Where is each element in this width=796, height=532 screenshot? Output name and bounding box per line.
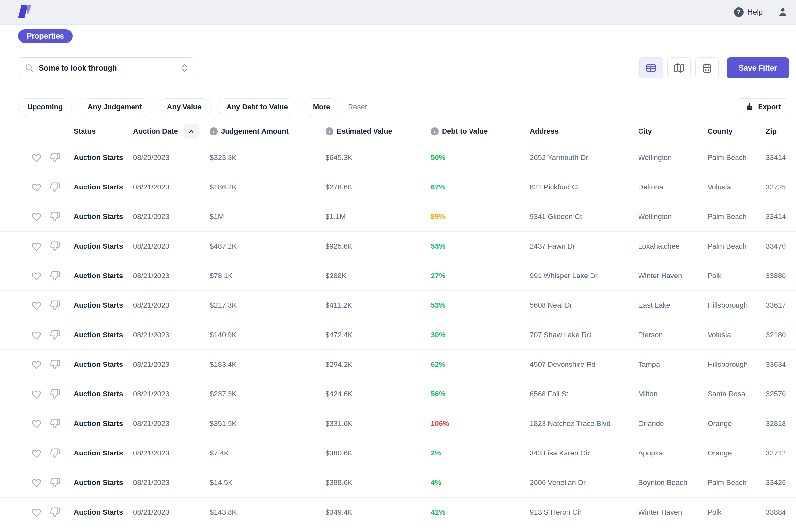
tab-properties[interactable]: Properties bbox=[18, 29, 73, 43]
column-header-debt-to-value[interactable]: i Debt to Value bbox=[431, 127, 530, 136]
calendar-view-button[interactable] bbox=[695, 57, 719, 78]
table-row[interactable]: Auction Starts 08/21/2023 $140.9K $472.4… bbox=[0, 320, 796, 350]
county-cell: Palm Beach bbox=[708, 242, 766, 251]
status-cell: Auction Starts bbox=[74, 360, 133, 369]
favorite-button[interactable] bbox=[31, 507, 42, 518]
download-icon bbox=[745, 103, 754, 111]
table-row[interactable]: Auction Starts 08/21/2023 $14.5K $388.6K… bbox=[0, 468, 796, 497]
map-view-button[interactable] bbox=[667, 57, 691, 78]
column-header-status[interactable]: Status bbox=[74, 127, 133, 136]
favorite-button[interactable] bbox=[31, 329, 42, 341]
address-cell: 9341 Glidden Ct bbox=[530, 212, 638, 221]
help-button[interactable]: ? Help bbox=[734, 7, 763, 17]
calendar-view-icon bbox=[701, 62, 712, 74]
zip-cell: 33414 bbox=[766, 212, 789, 221]
filter-chip[interactable]: Any Judgement bbox=[78, 98, 151, 116]
table-view-button[interactable] bbox=[639, 57, 663, 78]
properties-label: Properties bbox=[26, 32, 64, 41]
thumbs-down-icon bbox=[50, 507, 60, 517]
judgement-amount-cell: $323.8K bbox=[210, 153, 326, 162]
saved-search-select[interactable] bbox=[18, 57, 194, 78]
debt-to-value-cell: 2% bbox=[431, 449, 530, 457]
table-row[interactable]: Auction Starts 08/21/2023 $487.2K $925.6… bbox=[0, 231, 796, 261]
thumbs-down-icon bbox=[50, 418, 60, 429]
table-row[interactable]: Auction Starts 08/21/2023 $217.3K $411.2… bbox=[0, 291, 796, 320]
info-icon[interactable]: i bbox=[210, 128, 218, 135]
favorite-button[interactable] bbox=[31, 448, 42, 459]
dismiss-button[interactable] bbox=[50, 507, 60, 517]
dismiss-button[interactable] bbox=[50, 271, 60, 281]
favorite-button[interactable] bbox=[31, 359, 42, 370]
dismiss-button[interactable] bbox=[50, 359, 60, 370]
table-row[interactable]: Auction Starts 08/21/2023 $1M $1.1M 89% … bbox=[0, 202, 796, 231]
sort-asc-icon[interactable] bbox=[184, 124, 199, 139]
dismiss-button[interactable] bbox=[50, 182, 60, 192]
table-row[interactable]: Auction Starts 08/21/2023 $351.5K $331.6… bbox=[0, 409, 796, 438]
export-button[interactable]: Export bbox=[737, 98, 789, 116]
brand-logo[interactable] bbox=[18, 4, 32, 20]
table-row[interactable]: Auction Starts 08/20/2023 $323.8K $645.3… bbox=[0, 143, 796, 172]
info-icon[interactable]: i bbox=[431, 128, 439, 135]
city-cell: Milton bbox=[638, 390, 708, 398]
heart-icon bbox=[31, 329, 42, 341]
column-header-county[interactable]: County bbox=[708, 127, 766, 136]
table-row[interactable]: Auction Starts 08/21/2023 $186.2K $278.6… bbox=[0, 172, 796, 202]
table-row[interactable]: Auction Starts 08/21/2023 $143.8K $349.4… bbox=[0, 497, 796, 527]
zip-cell: 33426 bbox=[766, 478, 789, 487]
column-header-label: Debt to Value bbox=[442, 127, 488, 136]
column-header-zip[interactable]: Zip bbox=[766, 127, 789, 136]
column-header-judgement-amount[interactable]: i Judgement Amount bbox=[210, 127, 326, 136]
address-cell: 4507 Devonshire Rd bbox=[530, 360, 638, 369]
favorite-button[interactable] bbox=[31, 152, 42, 163]
table-row[interactable]: Auction Starts 08/21/2023 $78.1K $288K 2… bbox=[0, 261, 796, 291]
column-header-estimated-value[interactable]: i Estimated Value bbox=[326, 127, 431, 136]
filter-chip[interactable]: Any Value bbox=[158, 98, 211, 116]
table-row[interactable]: Auction Starts 08/21/2023 $7.4K $380.6K … bbox=[0, 438, 796, 468]
table-row[interactable]: Auction Starts 08/21/2023 $183.4K $294.2… bbox=[0, 350, 796, 379]
dismiss-button[interactable] bbox=[50, 477, 60, 488]
favorite-button[interactable] bbox=[31, 300, 42, 311]
dismiss-button[interactable] bbox=[50, 152, 60, 163]
filter-chip[interactable]: Any Debt to Value bbox=[217, 98, 297, 116]
reset-filters-button[interactable]: Reset bbox=[348, 103, 367, 111]
dismiss-button[interactable] bbox=[50, 448, 60, 458]
favorite-button[interactable] bbox=[31, 388, 42, 400]
dismiss-button[interactable] bbox=[50, 389, 60, 399]
dismiss-button[interactable] bbox=[50, 418, 60, 429]
favorite-button[interactable] bbox=[31, 477, 42, 488]
favorite-button[interactable] bbox=[31, 270, 42, 281]
zip-cell: 33617 bbox=[766, 301, 789, 310]
dismiss-button[interactable] bbox=[50, 330, 60, 340]
favorite-button[interactable] bbox=[31, 211, 42, 222]
dismiss-button[interactable] bbox=[50, 300, 60, 311]
address-cell: 2437 Fawn Dr bbox=[530, 242, 638, 251]
city-cell: East Lake bbox=[638, 301, 708, 310]
filter-chips: Upcoming Any Judgement Any Value Any Deb… bbox=[18, 98, 339, 116]
debt-to-value-cell: 50% bbox=[431, 153, 530, 162]
favorite-button[interactable] bbox=[31, 418, 42, 429]
user-avatar-button[interactable] bbox=[777, 6, 789, 18]
favorite-button[interactable] bbox=[31, 241, 42, 252]
column-header-address[interactable]: Address bbox=[530, 127, 638, 136]
debt-to-value-cell: 41% bbox=[431, 508, 530, 517]
filter-chip-label: Any Debt to Value bbox=[227, 103, 288, 111]
zip-cell: 33884 bbox=[766, 508, 789, 517]
favorite-button[interactable] bbox=[31, 182, 42, 193]
zip-cell: 33880 bbox=[766, 271, 789, 280]
zip-cell: 32180 bbox=[766, 331, 789, 339]
column-header-city[interactable]: City bbox=[638, 127, 708, 136]
dismiss-button[interactable] bbox=[50, 241, 60, 251]
status-cell: Auction Starts bbox=[74, 508, 133, 517]
info-icon[interactable]: i bbox=[326, 128, 333, 135]
address-cell: 707 Shaw Lake Rd bbox=[530, 331, 638, 339]
column-header-auction-date[interactable]: Auction Date bbox=[133, 124, 210, 139]
debt-to-value-cell: 4% bbox=[431, 478, 530, 487]
filter-chip[interactable]: Upcoming bbox=[18, 98, 72, 116]
table-row[interactable]: Auction Starts 08/21/2023 $237.3K $424.6… bbox=[0, 379, 796, 409]
save-filter-button[interactable]: Save Filter bbox=[727, 57, 789, 78]
dismiss-button[interactable] bbox=[50, 211, 60, 222]
zip-cell: 33470 bbox=[766, 242, 789, 251]
search-input[interactable] bbox=[39, 64, 176, 73]
filter-bar: Upcoming Any Judgement Any Value Any Deb… bbox=[0, 98, 796, 120]
filter-chip[interactable]: More bbox=[304, 98, 340, 116]
